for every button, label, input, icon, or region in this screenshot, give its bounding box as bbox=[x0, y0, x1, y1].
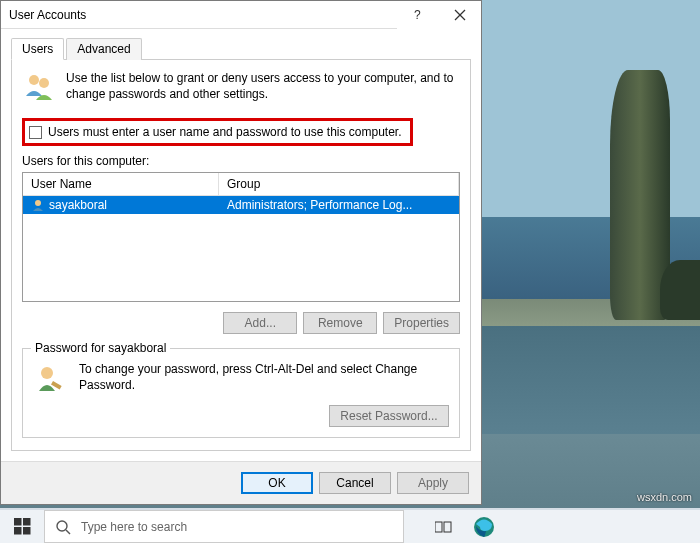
titlebar[interactable]: User Accounts ? bbox=[1, 1, 481, 29]
require-password-checkbox[interactable] bbox=[29, 126, 42, 139]
svg-rect-14 bbox=[435, 522, 442, 532]
search-placeholder: Type here to search bbox=[81, 520, 187, 534]
svg-rect-15 bbox=[444, 522, 451, 532]
users-icon bbox=[22, 70, 56, 104]
dialog-body: Users Advanced Use the list below to gra… bbox=[1, 29, 481, 461]
task-view-button[interactable] bbox=[424, 510, 464, 543]
wallpaper-rock2 bbox=[660, 260, 700, 320]
svg-point-12 bbox=[57, 521, 67, 531]
close-icon bbox=[454, 9, 466, 21]
keys-icon bbox=[33, 361, 67, 395]
listview-header: User Name Group bbox=[23, 173, 459, 196]
help-icon: ? bbox=[412, 9, 424, 21]
svg-rect-8 bbox=[14, 518, 22, 526]
column-group[interactable]: Group bbox=[219, 173, 459, 195]
password-group-text: To change your password, press Ctrl-Alt-… bbox=[79, 361, 449, 393]
password-groupbox: Password for sayakboral To change your p… bbox=[22, 348, 460, 438]
taskbar[interactable]: Type here to search bbox=[0, 508, 700, 543]
tab-strip: Users Advanced bbox=[11, 37, 471, 60]
tab-users[interactable]: Users bbox=[11, 38, 64, 60]
users-listview[interactable]: User Name Group sayakboral Administrator… bbox=[22, 172, 460, 302]
user-button-row: Add... Remove Properties bbox=[22, 312, 460, 334]
taskbar-search[interactable]: Type here to search bbox=[44, 510, 404, 543]
require-password-row: Users must enter a user name and passwor… bbox=[22, 118, 413, 146]
svg-point-5 bbox=[35, 200, 41, 206]
ok-button[interactable]: OK bbox=[241, 472, 313, 494]
user-icon bbox=[31, 198, 45, 212]
require-password-label: Users must enter a user name and passwor… bbox=[48, 125, 402, 139]
svg-rect-11 bbox=[23, 527, 31, 535]
dialog-footer: OK Cancel Apply bbox=[1, 461, 481, 504]
close-button[interactable] bbox=[439, 1, 481, 29]
svg-point-6 bbox=[41, 367, 53, 379]
reset-password-button[interactable]: Reset Password... bbox=[329, 405, 449, 427]
properties-button[interactable]: Properties bbox=[383, 312, 460, 334]
svg-text:?: ? bbox=[414, 9, 421, 21]
edge-button[interactable] bbox=[464, 510, 504, 543]
tab-advanced[interactable]: Advanced bbox=[66, 38, 141, 60]
windows-icon bbox=[14, 518, 31, 535]
remove-button[interactable]: Remove bbox=[303, 312, 377, 334]
task-view-icon bbox=[435, 520, 453, 534]
user-row-name-cell: sayakboral bbox=[23, 197, 219, 213]
start-button[interactable] bbox=[0, 510, 44, 543]
tab-content-users: Use the list below to grant or deny user… bbox=[11, 60, 471, 451]
column-username[interactable]: User Name bbox=[23, 173, 219, 195]
user-row-name: sayakboral bbox=[49, 198, 107, 212]
watermark-text: wsxdn.com bbox=[637, 491, 692, 503]
intro-row: Use the list below to grant or deny user… bbox=[22, 70, 460, 104]
intro-text: Use the list below to grant or deny user… bbox=[66, 70, 460, 104]
svg-rect-10 bbox=[14, 527, 22, 535]
apply-button[interactable]: Apply bbox=[397, 472, 469, 494]
svg-point-4 bbox=[39, 78, 49, 88]
add-button[interactable]: Add... bbox=[223, 312, 297, 334]
user-accounts-dialog: User Accounts ? Users Advanced Use the l… bbox=[0, 0, 482, 505]
help-button[interactable]: ? bbox=[397, 1, 439, 29]
password-group-title: Password for sayakboral bbox=[31, 341, 170, 355]
user-row-group: Administrators; Performance Log... bbox=[219, 197, 459, 213]
search-icon bbox=[55, 519, 71, 535]
window-title: User Accounts bbox=[1, 8, 397, 22]
cancel-button[interactable]: Cancel bbox=[319, 472, 391, 494]
svg-rect-9 bbox=[23, 518, 31, 526]
svg-point-3 bbox=[29, 75, 39, 85]
users-list-label: Users for this computer: bbox=[22, 154, 460, 168]
user-row[interactable]: sayakboral Administrators; Performance L… bbox=[23, 196, 459, 214]
svg-line-13 bbox=[66, 530, 70, 534]
edge-icon bbox=[473, 516, 495, 538]
